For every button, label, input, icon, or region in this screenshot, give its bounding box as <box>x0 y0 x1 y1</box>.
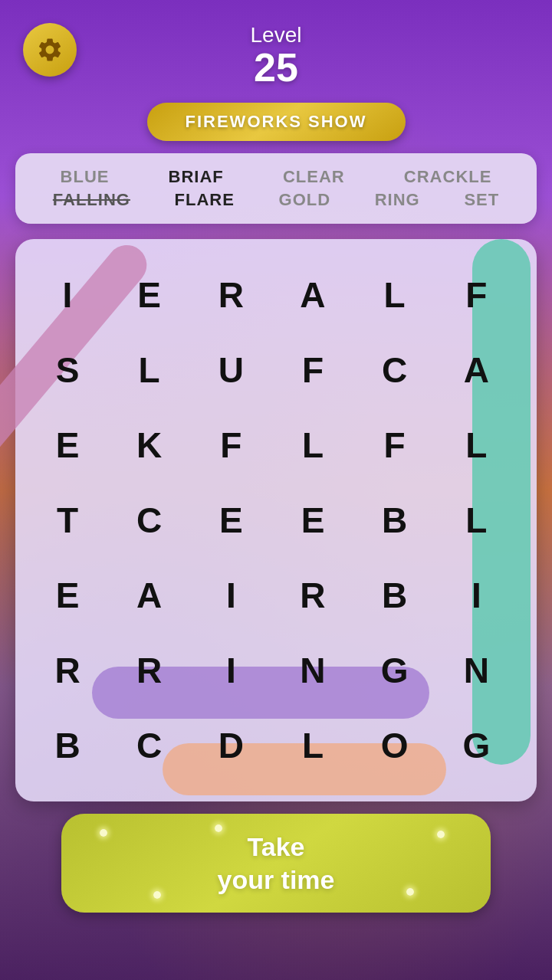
grid-cell[interactable]: F <box>358 408 432 483</box>
gear-icon <box>36 36 64 64</box>
theme-title: FIREWORKS SHOW <box>186 112 367 131</box>
grid-cell[interactable]: L <box>358 257 432 333</box>
grid-cell[interactable]: E <box>113 257 186 333</box>
grid-cell[interactable]: S <box>31 333 104 408</box>
grid-cell[interactable]: G <box>358 633 432 708</box>
level-label: Level <box>251 23 302 48</box>
grid-cell[interactable]: B <box>358 483 432 558</box>
word-clear: CLEAR <box>283 167 345 187</box>
grid-cell[interactable]: L <box>113 333 186 408</box>
sparkle-3 <box>153 891 161 899</box>
sparkle-5 <box>437 831 445 838</box>
grid-cell[interactable]: I <box>194 633 268 708</box>
level-display: Level 25 <box>251 23 302 87</box>
grid-cell[interactable]: N <box>276 633 350 708</box>
letter-grid[interactable]: IERALFSLUFCAEKFLFLTCEEBLEAIRBIRRINGNBCDL… <box>31 257 521 783</box>
grid-cell[interactable]: E <box>276 483 350 558</box>
grid-cell[interactable]: L <box>276 708 350 783</box>
grid-cell[interactable]: L <box>439 408 513 483</box>
grid-cell[interactable]: I <box>194 558 268 633</box>
words-panel: BLUE BRIAF CLEAR CRACKLE FALLING FLARE G… <box>15 153 537 224</box>
grid-cell[interactable]: A <box>113 558 186 633</box>
word-falling: FALLING <box>53 190 130 210</box>
word-crackle: CRACKLE <box>404 167 492 187</box>
grid-cell[interactable]: K <box>113 408 186 483</box>
grid-cell[interactable]: C <box>113 708 186 783</box>
grid-cell[interactable]: E <box>31 408 104 483</box>
grid-cell[interactable]: D <box>194 708 268 783</box>
word-set: SET <box>464 190 499 210</box>
grid-cell[interactable]: O <box>358 708 432 783</box>
grid-cell[interactable]: L <box>439 483 513 558</box>
words-row-2: FALLING FLARE GOLD RING SET <box>31 190 521 210</box>
settings-button[interactable] <box>23 23 77 77</box>
grid-cell[interactable]: F <box>439 257 513 333</box>
grid-cell[interactable]: N <box>439 633 513 708</box>
grid-cell[interactable]: E <box>194 483 268 558</box>
grid-cell[interactable]: B <box>358 558 432 633</box>
grid-cell[interactable]: C <box>358 333 432 408</box>
sparkle-2 <box>215 824 222 832</box>
grid-cell[interactable]: T <box>31 483 104 558</box>
grid-cell[interactable]: L <box>276 408 350 483</box>
word-flare: FLARE <box>175 190 235 210</box>
grid-cell[interactable]: G <box>439 708 513 783</box>
word-blue: BLUE <box>61 167 110 187</box>
grid-cell[interactable]: R <box>31 633 104 708</box>
word-briaf: BRIAF <box>169 167 224 187</box>
grid-cell[interactable]: I <box>439 558 513 633</box>
grid-cell[interactable]: R <box>113 633 186 708</box>
word-gold: GOLD <box>279 190 331 210</box>
grid-cell[interactable]: A <box>439 333 513 408</box>
grid-cell[interactable]: R <box>276 558 350 633</box>
word-search-grid[interactable]: IERALFSLUFCAEKFLFLTCEEBLEAIRBIRRINGNBCDL… <box>15 239 537 801</box>
level-number: 25 <box>251 48 302 87</box>
sparkle-1 <box>100 829 107 837</box>
grid-cell[interactable]: R <box>194 257 268 333</box>
words-row-1: BLUE BRIAF CLEAR CRACKLE <box>31 167 521 187</box>
grid-cell[interactable]: B <box>31 708 104 783</box>
hint-banner: Take your time <box>61 814 491 913</box>
grid-cell[interactable]: U <box>194 333 268 408</box>
hint-text: Take your time <box>107 831 445 896</box>
grid-cell[interactable]: E <box>31 558 104 633</box>
theme-banner: FIREWORKS SHOW <box>147 103 406 141</box>
sparkle-4 <box>406 888 414 896</box>
grid-cell[interactable]: A <box>276 257 350 333</box>
word-ring: RING <box>375 190 420 210</box>
grid-cell[interactable]: C <box>113 483 186 558</box>
grid-cell[interactable]: F <box>194 408 268 483</box>
grid-cell[interactable]: I <box>31 257 104 333</box>
grid-cell[interactable]: F <box>276 333 350 408</box>
